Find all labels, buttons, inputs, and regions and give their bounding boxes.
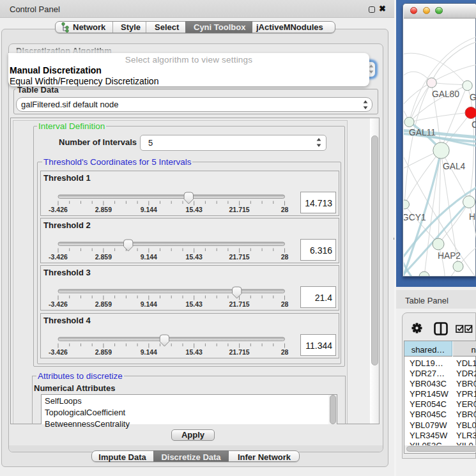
svg-text:2.859: 2.859: [95, 300, 112, 308]
svg-text:21.715: 21.715: [229, 348, 250, 356]
svg-text:HAP2: HAP2: [438, 251, 461, 261]
svg-text:15.43: 15.43: [186, 253, 203, 261]
svg-text:GAL4: GAL4: [443, 162, 466, 171]
svg-text:28: 28: [281, 348, 289, 356]
svg-text:-3.426: -3.426: [49, 253, 68, 261]
svg-text:GAL7: GAL7: [470, 93, 476, 102]
svg-text:28: 28: [281, 253, 289, 261]
svg-text:21.715: 21.715: [229, 253, 250, 261]
svg-text:-3.426: -3.426: [49, 348, 68, 356]
svg-text:2.859: 2.859: [95, 253, 112, 261]
svg-text:15.43: 15.43: [186, 348, 203, 356]
svg-text:9.144: 9.144: [141, 253, 157, 261]
svg-text:9.144: 9.144: [141, 348, 157, 356]
svg-text:-3.426: -3.426: [49, 206, 68, 213]
svg-text:28: 28: [281, 300, 289, 308]
svg-text:-3.426: -3.426: [49, 300, 68, 308]
svg-text:GAL80: GAL80: [432, 89, 459, 99]
svg-text:28: 28: [281, 206, 289, 213]
svg-text:HIS: HIS: [469, 212, 476, 222]
svg-text:15.43: 15.43: [186, 300, 203, 308]
svg-text:15.43: 15.43: [186, 206, 203, 213]
svg-text:GCY1: GCY1: [404, 213, 426, 222]
svg-text:21.715: 21.715: [229, 300, 250, 308]
svg-text:2.859: 2.859: [95, 348, 112, 356]
svg-text:C: C: [472, 120, 476, 130]
svg-text:9.144: 9.144: [141, 300, 157, 308]
svg-text:2.859: 2.859: [95, 206, 112, 213]
svg-text:9.144: 9.144: [141, 206, 157, 213]
svg-text:21.715: 21.715: [229, 206, 250, 213]
svg-text:GAL11: GAL11: [409, 128, 436, 137]
